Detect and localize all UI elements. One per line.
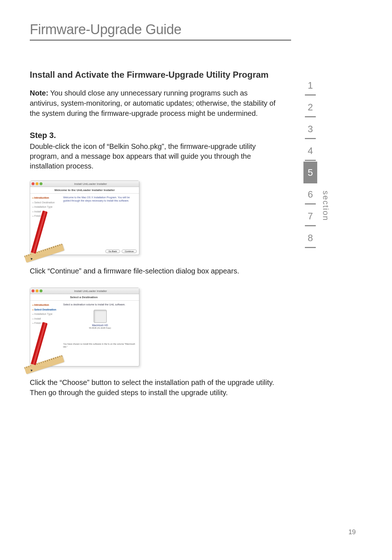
installer-sidebar: Introduction Select Destination Installa… (30, 301, 61, 366)
installer-sidebar: Introduction Select Destination Installa… (30, 194, 61, 255)
note-paragraph: Note: You should close any unnecessary r… (30, 88, 277, 118)
sidebar-item-finish: Finish Up (32, 321, 60, 326)
section-nav-item-5[interactable]: 5 (303, 162, 317, 183)
step-title: Step 3. (30, 131, 277, 140)
sidebar-item-install: Install (32, 210, 60, 214)
sidebar-item-introduction: Introduction (32, 303, 60, 308)
note-text: You should close any unnecessary running… (30, 89, 275, 117)
destination-prompt: Select a destination volume to install t… (63, 303, 137, 306)
installer-content: Welcome to the Mac OS X Installation Pro… (61, 194, 139, 255)
note-label: Note: (30, 89, 48, 97)
go-back-button: Go Back (105, 249, 120, 253)
destination-chosen-text: You have chosen to install this software… (63, 343, 137, 349)
close-icon (32, 289, 34, 292)
minimize-icon (36, 182, 38, 185)
section-nav-item-1[interactable]: 1 (303, 74, 317, 96)
window-subtitle: Welcome to the UniLoader Installer Insta… (30, 187, 139, 194)
sidebar-item-type: Installation Type (32, 312, 60, 317)
close-icon (32, 182, 34, 185)
step-body: Double-click the icon of “Belkin Soho.pk… (30, 142, 277, 171)
sidebar-item-finish: Finish Up (32, 214, 60, 219)
window-titlebar: Install UniLoader Installer (30, 181, 139, 187)
page-number: 19 (348, 528, 356, 536)
zoom-icon (40, 182, 42, 185)
harddrive-icon (94, 310, 107, 323)
section-nav: 12345678 section (303, 74, 330, 249)
section-nav-item-2[interactable]: 2 (303, 96, 317, 118)
section-nav-item-3[interactable]: 3 (303, 118, 317, 140)
section-heading: Install and Activate the Firmware-Upgrad… (30, 70, 277, 80)
page-title: Firmware-Upgrade Guide (30, 22, 291, 41)
zoom-icon (40, 289, 42, 292)
section-nav-item-6[interactable]: 6 (303, 183, 317, 205)
section-label: section (321, 191, 330, 221)
sidebar-item-introduction: Introduction (32, 196, 60, 200)
installer-welcome-text: Welcome to the Mac OS X Installation Pro… (63, 196, 137, 202)
harddrive-stats: 55.8GB (41.6GB Free) (63, 327, 137, 330)
continue-button: Continue (122, 249, 137, 253)
installer-screenshot-2: Install UniLoader Installer Select a Des… (30, 288, 139, 366)
sidebar-item-destination: Select Destination (32, 200, 60, 205)
paragraph-after-img-1: Click “Continue” and a firmware file-sel… (30, 266, 277, 276)
window-subtitle: Select a Destination (30, 294, 139, 301)
installer-screenshot-1: Install UniLoader Installer Welcome to t… (30, 180, 139, 255)
window-title: Install UniLoader Installer (44, 182, 138, 186)
minimize-icon (36, 289, 38, 292)
section-nav-item-4[interactable]: 4 (303, 140, 317, 162)
paragraph-after-img-2: Click the “Choose” button to select the … (30, 377, 277, 398)
installer-content: Select a destination volume to install t… (61, 301, 139, 366)
window-titlebar: Install UniLoader Installer (30, 288, 139, 294)
window-title: Install UniLoader Installer (44, 289, 138, 293)
sidebar-item-install: Install (32, 317, 60, 321)
harddrive-name: Macintosh HD (63, 324, 137, 327)
section-nav-item-8[interactable]: 8 (303, 227, 317, 249)
sidebar-item-type: Installation Type (32, 205, 60, 210)
sidebar-item-destination: Select Destination (32, 308, 60, 312)
section-nav-item-7[interactable]: 7 (303, 205, 317, 227)
